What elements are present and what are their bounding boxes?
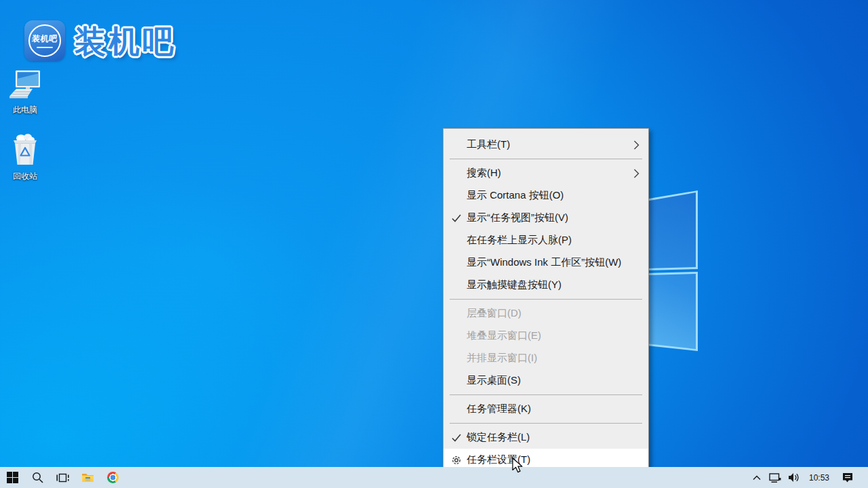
file-explorer-icon xyxy=(81,472,94,483)
desktop-icon-label: 回收站 xyxy=(13,171,37,182)
menu-item-icon-slot xyxy=(450,352,462,365)
brand-badge-icon: 装机吧 xyxy=(24,20,65,61)
menu-item-show-desktop[interactable]: 显示桌面(S) xyxy=(443,369,648,392)
gear-icon xyxy=(450,454,462,466)
menu-item-icon-slot xyxy=(450,403,462,415)
menu-item-icon-slot xyxy=(450,167,462,180)
search-button[interactable] xyxy=(25,467,50,488)
menu-item-label: 并排显示窗口(I) xyxy=(467,352,629,365)
menu-item-label: 任务栏设置(T) xyxy=(467,453,629,466)
menu-item-label: 在任务栏上显示人脉(P) xyxy=(467,234,629,247)
menu-item-show-task-view-button[interactable]: 显示“任务视图”按钮(V) xyxy=(443,207,648,229)
search-icon xyxy=(32,472,43,483)
menu-item-show-touch-keyboard-button[interactable]: 显示触摸键盘按钮(Y) xyxy=(443,274,648,296)
wallpaper-light-beam xyxy=(0,0,868,467)
desktop-icon-recycle-bin[interactable]: 回收站 xyxy=(0,133,50,182)
taskbar-context-menu: 工具栏(T)搜索(H)显示 Cortana 按钮(O)显示“任务视图”按钮(V)… xyxy=(443,128,649,476)
taskbar[interactable]: 10:53 xyxy=(0,467,868,488)
brand-badge-label: 装机吧 xyxy=(31,33,58,45)
menu-item-show-windows-stacked[interactable]: 堆叠显示窗口(E) xyxy=(443,325,648,347)
action-center-button[interactable] xyxy=(835,467,860,488)
menu-item-label: 显示“Windows Ink 工作区”按钮(W) xyxy=(467,256,629,269)
menu-item-lock-taskbar[interactable]: 锁定任务栏(L) xyxy=(443,426,648,449)
menu-item-icon-slot xyxy=(450,308,462,320)
menu-item-label: 显示“任务视图”按钮(V) xyxy=(467,211,629,224)
volume-tray-button[interactable] xyxy=(785,467,803,488)
menu-item-show-people-on-taskbar[interactable]: 在任务栏上显示人脉(P) xyxy=(443,229,648,251)
chrome-button[interactable] xyxy=(100,467,125,488)
menu-separator xyxy=(450,423,642,424)
menu-item-icon-slot xyxy=(450,139,462,151)
menu-item-icon-slot xyxy=(450,235,462,247)
brand-logo: 装机吧 装机吧 xyxy=(24,20,176,62)
desktop-icon-this-pc[interactable]: 此电脑 xyxy=(0,70,50,116)
menu-item-label: 堆叠显示窗口(E) xyxy=(467,329,629,342)
action-center-icon xyxy=(842,472,853,483)
menu-item-show-cortana-button[interactable]: 显示 Cortana 按钮(O) xyxy=(443,184,648,207)
menu-item-label: 层叠窗口(D) xyxy=(467,307,629,320)
speaker-icon xyxy=(788,472,800,483)
task-view-button[interactable] xyxy=(50,467,75,488)
menu-item-show-windows-side-by-side[interactable]: 并排显示窗口(I) xyxy=(443,347,648,369)
tray-expand-button[interactable] xyxy=(748,467,766,488)
this-pc-icon xyxy=(9,70,41,102)
screen: 装机吧 装机吧 此电脑回收站 工具栏(T)搜索(H)显示 Cortana 按钮(… xyxy=(0,0,868,488)
menu-item-label: 搜索(H) xyxy=(467,167,629,180)
menu-item-label: 显示 Cortana 按钮(O) xyxy=(467,189,629,202)
menu-item-label: 锁定任务栏(L) xyxy=(467,431,629,444)
menu-item-label: 显示桌面(S) xyxy=(467,374,629,387)
menu-item-label: 工具栏(T) xyxy=(467,138,629,151)
menu-item-show-windows-ink-workspace-button[interactable]: 显示“Windows Ink 工作区”按钮(W) xyxy=(443,251,648,274)
start-button[interactable] xyxy=(0,467,25,488)
brand-title: 装机吧 xyxy=(75,20,176,62)
file-explorer-button[interactable] xyxy=(75,467,100,488)
menu-item-icon-slot xyxy=(450,190,462,202)
menu-separator xyxy=(450,299,642,300)
network-ethernet-icon xyxy=(769,472,781,483)
menu-item-icon-slot xyxy=(450,330,462,342)
mouse-cursor xyxy=(512,458,525,477)
chrome-icon xyxy=(107,472,119,483)
menu-separator xyxy=(450,394,642,395)
menu-item-icon-slot xyxy=(450,279,462,291)
menu-item-cascade-windows[interactable]: 层叠窗口(D) xyxy=(443,302,648,325)
desktop[interactable]: 装机吧 装机吧 此电脑回收站 工具栏(T)搜索(H)显示 Cortana 按钮(… xyxy=(0,0,868,467)
desktop-icon-label: 此电脑 xyxy=(13,104,37,116)
menu-item-icon-slot xyxy=(450,257,462,269)
chevron-up-icon xyxy=(753,475,761,481)
chevron-right-icon xyxy=(633,169,639,178)
task-view-icon xyxy=(56,472,69,483)
menu-item-label: 显示触摸键盘按钮(Y) xyxy=(467,279,629,291)
taskbar-clock[interactable]: 10:53 xyxy=(803,467,835,488)
check-icon xyxy=(450,432,462,444)
cursor-arrow-icon xyxy=(512,458,525,474)
chevron-right-icon xyxy=(633,140,639,150)
menu-item-toolbars[interactable]: 工具栏(T) xyxy=(443,134,648,156)
check-icon xyxy=(450,212,462,224)
menu-separator xyxy=(450,159,642,159)
network-tray-button[interactable] xyxy=(766,467,785,488)
menu-item-search[interactable]: 搜索(H) xyxy=(443,162,648,184)
windows-logo-icon xyxy=(7,472,18,483)
menu-item-icon-slot xyxy=(450,375,462,387)
recycle-bin-icon xyxy=(12,133,39,168)
menu-item-label: 任务管理器(K) xyxy=(467,403,629,415)
menu-item-task-manager[interactable]: 任务管理器(K) xyxy=(443,398,648,420)
